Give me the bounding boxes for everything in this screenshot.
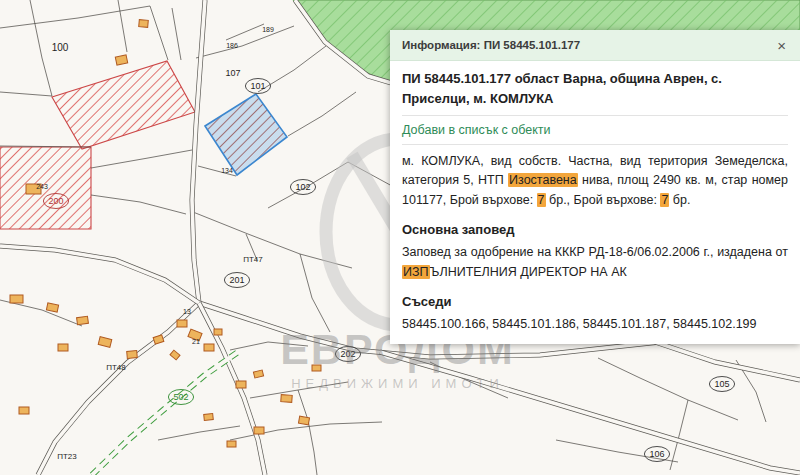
search-highlight: 7 [537,193,546,207]
map-label: 189 [262,26,274,33]
text-segment: бр. [669,193,690,207]
order-text: Заповед за одобрение на КККР РД-18-6/06.… [402,243,788,282]
parcel-line [298,390,317,475]
road-casing [0,246,199,303]
divider [402,144,788,145]
text-segment: ЪЛНИТЕЛНИЯ ДИРЕКТОР НА АК [430,265,627,279]
building [58,344,68,351]
text-segment: Заповед за одобрение на КККР РД-18-6/06.… [402,245,788,259]
building [253,370,263,378]
building [77,316,89,324]
parcel-details: м. КОМЛУКА, вид собств. Частна, вид тери… [402,152,788,210]
map-label: ПТ48 [106,363,126,372]
road-casing [199,303,265,475]
building [214,329,222,335]
map-label: 107 [225,68,240,78]
info-panel-body: ПИ 58445.101.177 област Варна, община Ав… [390,61,800,344]
road-surface [0,246,199,303]
map-label: 21 [192,338,200,345]
building [98,337,112,348]
building [236,381,246,388]
search-highlight: Изоставена [508,173,578,187]
map-label: ПТ23 [57,452,77,461]
building [298,416,309,425]
neighbors-list: 58445.100.166, 58445.101.186, 58445.101.… [402,315,788,334]
close-icon[interactable]: × [775,38,788,53]
info-panel-header: Информация: ПИ 58445.101.177 × [390,30,800,61]
parcel-title: ПИ 58445.101.177 област Варна, община Ав… [402,69,788,108]
info-panel: Информация: ПИ 58445.101.177 × ПИ 58445.… [390,30,800,344]
map-label: 502 [173,392,188,402]
parcel-line [250,382,348,398]
map-label: 201 [229,275,244,285]
parcel-line [196,26,294,58]
building [10,295,23,303]
parcel-line [226,24,264,40]
building [115,55,127,65]
map-label: 134 [221,167,233,174]
map-label: 102 [295,182,310,192]
road-surface [655,342,800,380]
building [170,350,180,360]
building [46,303,58,312]
building [153,335,164,344]
selected-parcel-hatch [205,94,287,175]
parcel-line [172,8,181,60]
road-surface [380,352,800,473]
building [19,407,29,414]
app-screen: 100189186107101134102243200ПТ47201211320… [0,0,800,475]
parcel-line [258,46,326,92]
building [204,414,214,421]
map-label: 200 [48,196,63,206]
building [227,441,236,447]
building [204,344,214,351]
map-label: 202 [340,349,355,359]
building [281,395,292,403]
parcel-line [0,92,52,96]
map-label: 101 [250,81,265,91]
parcel-line [0,6,150,28]
parcel-line [30,0,52,96]
text-segment: бр., Брой върхове: [546,193,661,207]
road-surface [199,303,265,475]
order-heading: Основна заповед [402,222,788,237]
road-surface [192,0,205,303]
parcel-line [158,426,240,440]
parcel-line [91,195,186,214]
map-label: ПТ47 [243,255,263,264]
building [139,20,149,28]
map-label: 105 [714,379,729,389]
parcel-line [670,400,688,470]
parcel-line [150,6,168,60]
parcel-line [288,92,356,136]
search-highlight: ИЗП [402,265,430,279]
add-to-list-link[interactable]: Добави в списък с обекти [402,123,551,137]
neighbors-heading: Съседи [402,294,788,309]
building [312,365,321,371]
parcel-line [91,150,192,168]
building [254,427,264,434]
parcel-line [230,342,308,350]
map-label: 100 [52,42,69,53]
parcel-line [118,0,127,52]
parcel-line [0,300,82,326]
divider [402,115,788,116]
map-label: 106 [649,449,664,459]
map-label: 13 [183,308,191,315]
building [127,351,138,359]
map-label: 243 [36,183,48,190]
map-label: 186 [226,42,238,49]
restricted-area [52,61,195,149]
building [177,320,187,327]
info-panel-title: Информация: ПИ 58445.101.177 [402,39,580,51]
